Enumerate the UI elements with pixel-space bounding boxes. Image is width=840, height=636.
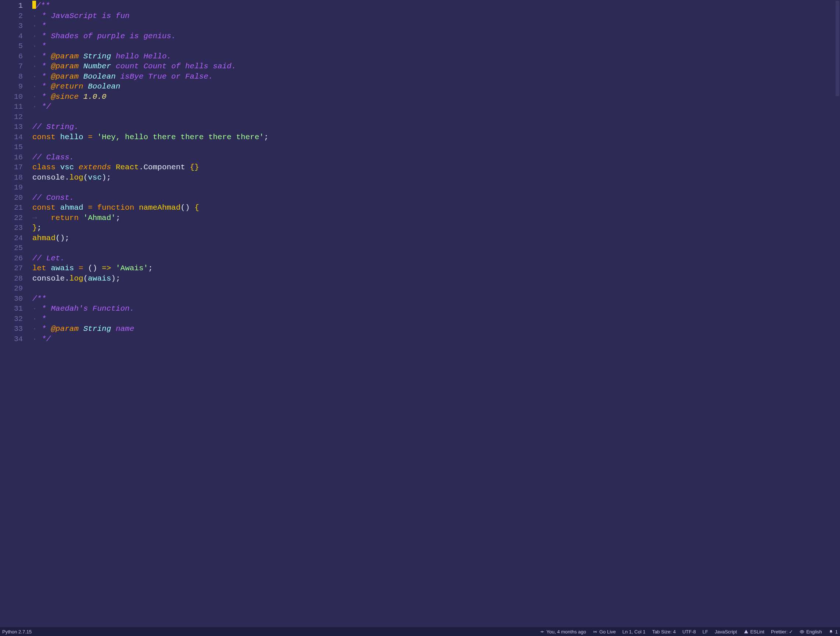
- line-number[interactable]: 34: [0, 334, 32, 345]
- status-notifications[interactable]: 1: [829, 629, 838, 634]
- line-number[interactable]: 20: [0, 193, 32, 203]
- code-line[interactable]: [32, 183, 840, 193]
- line-number[interactable]: 33: [0, 324, 32, 334]
- code-content[interactable]: /** · * JavaScript is fun · * · * Shades…: [32, 0, 840, 627]
- line-number[interactable]: 26: [0, 253, 32, 264]
- code-line[interactable]: · *: [32, 41, 840, 51]
- status-encoding[interactable]: UTF-8: [682, 629, 696, 634]
- line-number[interactable]: 27: [0, 263, 32, 274]
- status-git-blame[interactable]: You, 4 months ago: [540, 629, 586, 634]
- line-number[interactable]: 32: [0, 314, 32, 324]
- code-line[interactable]: · * @param String hello Hello.: [32, 51, 840, 62]
- line-number[interactable]: 14: [0, 132, 32, 142]
- code-line[interactable]: /**: [32, 1, 840, 11]
- bell-icon: [829, 630, 834, 634]
- line-number[interactable]: 16: [0, 153, 32, 163]
- code-line[interactable]: · * JavaScript is fun: [32, 11, 840, 21]
- code-line[interactable]: // Class.: [32, 153, 840, 163]
- status-eol-label: LF: [703, 629, 708, 634]
- line-number[interactable]: 9: [0, 82, 32, 92]
- line-number[interactable]: 5: [0, 41, 32, 51]
- status-encoding-label: UTF-8: [682, 629, 696, 634]
- line-number[interactable]: 3: [0, 21, 32, 31]
- code-line[interactable]: → return 'Ahmad';: [32, 213, 840, 223]
- code-line[interactable]: · *: [32, 314, 840, 324]
- line-number[interactable]: 22: [0, 213, 32, 223]
- status-spellcheck[interactable]: English: [800, 629, 822, 634]
- line-number[interactable]: 7: [0, 61, 32, 72]
- line-number[interactable]: 10: [0, 92, 32, 102]
- code-line[interactable]: · * @param Boolean isBye True or False.: [32, 72, 840, 82]
- line-number[interactable]: 8: [0, 72, 32, 82]
- line-number[interactable]: 21: [0, 203, 32, 213]
- code-line[interactable]: console.log(awais);: [32, 274, 840, 284]
- line-number-gutter[interactable]: 1 2 3 4 5 6 7 8 9 10 11 12 13 14 15 16 1…: [0, 0, 32, 627]
- line-number[interactable]: 23: [0, 223, 32, 233]
- code-line[interactable]: };: [32, 223, 840, 233]
- code-line[interactable]: · * @param String name: [32, 324, 840, 334]
- line-number[interactable]: 1: [0, 1, 32, 11]
- code-line[interactable]: [32, 283, 840, 294]
- line-number[interactable]: 15: [0, 142, 32, 153]
- code-line[interactable]: class vsc extends React.Component {}: [32, 162, 840, 173]
- code-line[interactable]: // String.: [32, 122, 840, 132]
- code-line[interactable]: · */: [32, 334, 840, 345]
- status-eol[interactable]: LF: [703, 629, 708, 634]
- code-line[interactable]: const ahmad = function nameAhmad() {: [32, 203, 840, 213]
- vertical-scrollbar[interactable]: [835, 0, 840, 627]
- code-line[interactable]: [32, 243, 840, 253]
- line-number[interactable]: 24: [0, 233, 32, 244]
- broadcast-icon: [593, 630, 597, 634]
- line-number[interactable]: 29: [0, 283, 32, 294]
- line-number[interactable]: 25: [0, 243, 32, 253]
- line-number[interactable]: 6: [0, 51, 32, 62]
- code-line[interactable]: · * @return Boolean: [32, 82, 840, 92]
- status-cursor-position[interactable]: Ln 1, Col 1: [622, 629, 646, 634]
- line-number[interactable]: 4: [0, 31, 32, 41]
- code-line[interactable]: let awais = () => 'Awais';: [32, 263, 840, 274]
- cursor: [32, 1, 36, 9]
- scrollbar-thumb[interactable]: [835, 1, 839, 96]
- code-line[interactable]: · * Maedah's Function.: [32, 304, 840, 314]
- status-cursor-label: Ln 1, Col 1: [622, 629, 646, 634]
- status-python-label: Python 2.7.15: [2, 629, 32, 634]
- code-line[interactable]: · * @since 1.0.0: [32, 92, 840, 102]
- line-number[interactable]: 2: [0, 11, 32, 21]
- code-line[interactable]: ahmad();: [32, 233, 840, 244]
- status-indentation[interactable]: Tab Size: 4: [652, 629, 676, 634]
- svg-point-3: [595, 631, 595, 632]
- line-number[interactable]: 31: [0, 304, 32, 314]
- code-line[interactable]: · *: [32, 21, 840, 31]
- status-go-live[interactable]: Go Live: [593, 629, 616, 634]
- line-number[interactable]: 18: [0, 173, 32, 183]
- line-number[interactable]: 13: [0, 122, 32, 132]
- line-number[interactable]: 30: [0, 294, 32, 304]
- status-indent-label: Tab Size: 4: [652, 629, 676, 634]
- line-number[interactable]: 19: [0, 183, 32, 193]
- line-number[interactable]: 17: [0, 162, 32, 173]
- status-eslint-label: ESLint: [750, 629, 764, 634]
- line-number[interactable]: 28: [0, 274, 32, 284]
- eye-icon: [800, 630, 804, 634]
- status-language-mode[interactable]: JavaScript: [715, 629, 737, 634]
- code-line[interactable]: // Let.: [32, 253, 840, 264]
- status-golive-label: Go Live: [599, 629, 616, 634]
- code-line[interactable]: [32, 112, 840, 122]
- code-editor[interactable]: 1 2 3 4 5 6 7 8 9 10 11 12 13 14 15 16 1…: [0, 0, 840, 627]
- svg-point-4: [801, 631, 802, 632]
- code-line[interactable]: const hello = 'Hey, hello there there th…: [32, 132, 840, 142]
- code-line[interactable]: /**: [32, 294, 840, 304]
- code-line[interactable]: // Const.: [32, 193, 840, 203]
- warning-icon: [744, 630, 748, 634]
- code-line[interactable]: · */: [32, 102, 840, 112]
- code-line[interactable]: [32, 142, 840, 153]
- status-prettier[interactable]: Prettier: ✓: [771, 629, 793, 634]
- status-bar: Python 2.7.15 You, 4 months ago Go Live …: [0, 627, 840, 636]
- code-line[interactable]: · * @param Number count Count of hells s…: [32, 61, 840, 72]
- status-eslint[interactable]: ESLint: [744, 629, 764, 634]
- line-number[interactable]: 11: [0, 102, 32, 112]
- code-line[interactable]: console.log(vsc);: [32, 173, 840, 183]
- code-line[interactable]: · * Shades of purple is genius.: [32, 31, 840, 41]
- line-number[interactable]: 12: [0, 112, 32, 122]
- status-python-version[interactable]: Python 2.7.15: [2, 629, 32, 634]
